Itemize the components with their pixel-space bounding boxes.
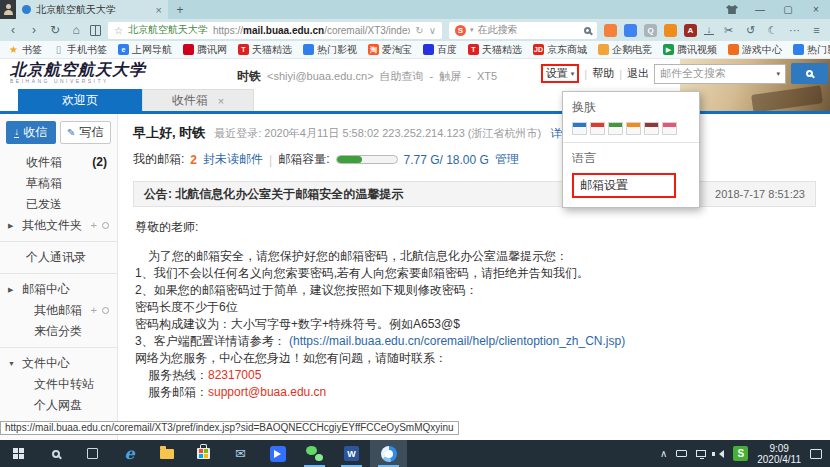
close-button[interactable]: × xyxy=(802,0,830,19)
extension-qa-icon[interactable]: Q xyxy=(644,24,657,37)
client-config-link[interactable]: (https://mail.buaa.edu.cn/coremail/help/… xyxy=(289,334,625,348)
bookmark-item[interactable]: 游戏中心 xyxy=(728,43,782,57)
more-tools-icon[interactable]: ··· xyxy=(787,24,802,36)
browser-tab[interactable]: 北京航空航天大学 × xyxy=(16,0,168,19)
help-link[interactable]: 帮助 xyxy=(592,66,614,81)
volume-icon[interactable] xyxy=(715,450,724,458)
page-refresh-icon[interactable]: ↻ xyxy=(415,25,423,36)
tab-inbox[interactable]: 收件箱 × xyxy=(142,89,254,111)
link-self-service[interactable]: 自助查询 xyxy=(380,69,424,84)
mail-search-input[interactable]: 邮件全文搜索 ▾ xyxy=(654,64,786,84)
sidebar-item-incoming-rules[interactable]: 来信分类 xyxy=(0,321,117,342)
gear-icon[interactable] xyxy=(102,307,109,314)
new-tab-button[interactable]: + xyxy=(168,3,192,17)
taskbar-mail[interactable]: ✉ xyxy=(222,440,259,467)
sidebar-item-mail-center[interactable]: ▶邮箱中心 xyxy=(0,279,117,300)
network-icon[interactable] xyxy=(696,450,706,457)
bookmark-item[interactable]: ★书签 xyxy=(8,43,42,57)
language-menu-item[interactable]: 语言 xyxy=(572,150,690,167)
search-scope-dropdown-icon[interactable]: ▾ xyxy=(776,70,780,78)
sidebar-item-sent[interactable]: 已发送 xyxy=(0,194,117,215)
bookmark-item[interactable]: JD京东商城 xyxy=(533,43,587,57)
url-dropdown-icon[interactable]: ∨ xyxy=(429,25,436,36)
engine-dropdown-icon[interactable]: ▾ xyxy=(470,26,474,34)
extension-shop-icon[interactable] xyxy=(664,24,677,37)
manage-link[interactable]: 管理 xyxy=(495,151,519,168)
bookmark-item[interactable]: 腾讯网 xyxy=(183,43,227,57)
search-icon[interactable] xyxy=(584,27,591,34)
receive-mail-button[interactable]: ↓收信 xyxy=(6,121,56,144)
bookmark-item[interactable]: T天猫精选 xyxy=(238,43,292,57)
sidebar-item-file-transfer[interactable]: 文件中转站 xyxy=(0,374,117,395)
keyboard-icon[interactable] xyxy=(676,450,687,457)
link-touch-version[interactable]: 触屏 xyxy=(439,69,461,84)
service-email[interactable]: support@buaa.edu.cn xyxy=(208,385,326,399)
browser-profile-avatar[interactable] xyxy=(0,0,16,19)
taskbar-app-blue[interactable] xyxy=(259,440,296,467)
expand-arrow-icon[interactable]: ▶ xyxy=(8,215,13,236)
history-icon[interactable]: ↺ xyxy=(743,24,758,37)
add-mailbox-icon[interactable]: + xyxy=(91,300,97,321)
bookmark-item[interactable]: 百度 xyxy=(423,43,457,57)
skin-swatch[interactable] xyxy=(662,122,677,135)
menu-icon[interactable]: ≡ xyxy=(809,24,824,36)
settings-menu-button[interactable]: 设置 ▾ xyxy=(541,64,580,83)
extension-flag-icon[interactable] xyxy=(624,24,637,37)
sidebar-item-contacts[interactable]: 个人通讯录 xyxy=(0,247,117,268)
sidebar-item-net-disk[interactable]: 个人网盘 xyxy=(0,395,117,416)
sidebar-item-other-folders[interactable]: ▶其他文件夹 + xyxy=(0,215,117,236)
taskbar-file-explorer[interactable] xyxy=(148,440,185,467)
browser-search-box[interactable]: S ▾ 在此搜索 xyxy=(449,22,597,39)
extension-game-icon[interactable] xyxy=(604,24,617,37)
tab-close-icon[interactable]: × xyxy=(218,95,224,107)
taskbar-search-button[interactable] xyxy=(37,440,74,467)
back-icon[interactable]: ‹ xyxy=(6,23,20,37)
skin-swatch[interactable] xyxy=(608,122,623,135)
url-field[interactable]: ☆ 北京航空航天大学 https://mail.buaa.edu.cn/core… xyxy=(108,22,442,39)
compose-mail-button[interactable]: ✎写信 xyxy=(60,121,112,144)
taskbar-browser-active[interactable] xyxy=(370,440,407,467)
reading-list-icon[interactable] xyxy=(90,25,101,36)
skin-swatch[interactable] xyxy=(572,122,587,135)
bookmark-item[interactable]: T天猫精选 xyxy=(468,43,522,57)
bookmark-item[interactable]: e上网导航 xyxy=(118,43,172,57)
skin-swatch[interactable] xyxy=(626,122,641,135)
skin-swatch[interactable] xyxy=(590,122,605,135)
bookmark-item[interactable]: ▶腾讯视频 xyxy=(663,43,717,57)
downloads-icon[interactable]: ↓ xyxy=(704,25,714,35)
sidebar-item-inbox[interactable]: 收件箱(2) xyxy=(0,152,117,173)
skin-swatch[interactable] xyxy=(644,122,659,135)
unread-mail-link[interactable]: 封未读邮件 xyxy=(203,151,263,168)
taskbar-store[interactable] xyxy=(185,440,222,467)
start-button[interactable] xyxy=(0,440,37,467)
bookmark-item[interactable]: 热门影视 xyxy=(793,43,830,57)
tab-close-icon[interactable]: × xyxy=(156,4,162,16)
link-xt5[interactable]: XT5 xyxy=(477,70,497,82)
notification-center-icon[interactable] xyxy=(810,449,822,459)
taskbar-wechat[interactable] xyxy=(296,440,333,467)
bookmark-item[interactable]: 淘爱淘宝 xyxy=(368,43,412,57)
sogou-input-icon[interactable]: S xyxy=(733,446,748,461)
sidebar-item-file-center[interactable]: ▼文件中心 xyxy=(0,353,117,374)
gear-icon[interactable] xyxy=(102,222,109,229)
sidebar-item-other-mailboxes[interactable]: 其他邮箱 + xyxy=(0,300,117,321)
refresh-icon[interactable]: ↻ xyxy=(48,23,62,37)
bookmark-item[interactable]: 热门影视 xyxy=(303,43,357,57)
taskbar-edge[interactable]: e xyxy=(111,440,148,467)
mail-settings-menu-item[interactable]: 邮箱设置 xyxy=(572,173,676,198)
favorite-star-icon[interactable]: ☆ xyxy=(114,25,123,36)
bookmark-item[interactable]: 企鹅电竞 xyxy=(598,43,652,57)
taskbar-clock[interactable]: 9:09 2020/4/11 xyxy=(757,443,801,465)
tab-welcome[interactable]: 欢迎页 xyxy=(18,89,142,111)
sidebar-item-drafts[interactable]: 草稿箱 xyxy=(0,173,117,194)
hidden-icons-chevron[interactable]: ∧ xyxy=(660,448,667,459)
add-folder-icon[interactable]: + xyxy=(91,215,97,236)
forward-icon[interactable]: › xyxy=(27,23,41,37)
skin-button[interactable] xyxy=(718,0,746,19)
night-mode-icon[interactable]: ☾ xyxy=(765,24,780,37)
extension-pdf-icon[interactable]: A xyxy=(684,24,697,37)
home-icon[interactable]: ⌂ xyxy=(69,23,83,37)
minimize-button[interactable]: — xyxy=(746,0,774,19)
screenshot-icon[interactable]: ✂ xyxy=(721,24,736,37)
mail-search-button[interactable] xyxy=(791,63,828,84)
